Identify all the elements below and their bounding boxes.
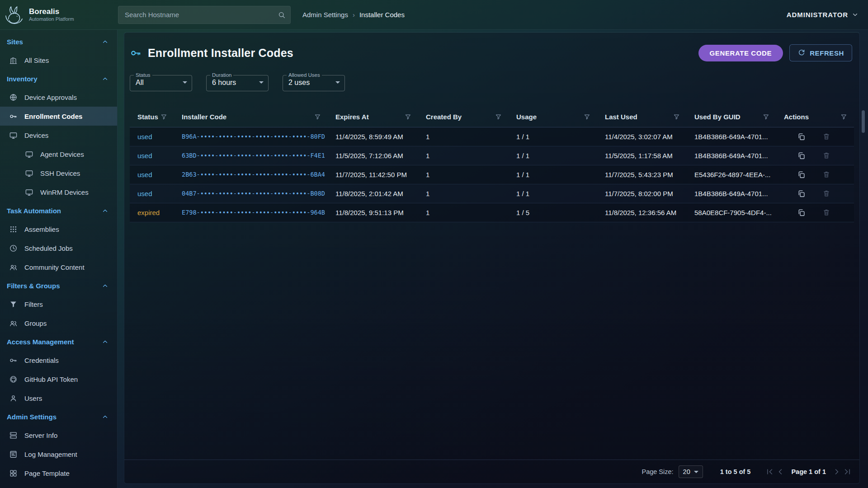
sidebar-section-access-management[interactable]: Access Management bbox=[0, 333, 117, 351]
sidebar-section-task-automation[interactable]: Task Automation bbox=[0, 202, 117, 220]
github-icon bbox=[9, 375, 18, 384]
copy-button[interactable] bbox=[797, 189, 806, 198]
delete-button[interactable] bbox=[822, 151, 830, 160]
filter-icon[interactable] bbox=[160, 113, 167, 120]
last-used-cell: 11/4/2025, 3:02:07 AM bbox=[597, 127, 687, 146]
filter-icon[interactable] bbox=[405, 113, 411, 120]
table-row: used 2B63-••••-••••-••••-••••-••••-••••-… bbox=[130, 165, 854, 184]
sidebar-item-ssh-devices[interactable]: SSH Devices bbox=[0, 164, 117, 183]
status-filter-value: All bbox=[136, 79, 144, 87]
sidebar-item-community-content[interactable]: Community Content bbox=[0, 258, 117, 277]
user-menu[interactable]: ADMINISTRATOR bbox=[787, 11, 859, 19]
duration-filter-value: 6 hours bbox=[212, 79, 236, 87]
sidebar-item-server-info[interactable]: Server Info bbox=[0, 426, 117, 445]
table-header-row: Status Installer Code Expires At Created… bbox=[130, 107, 854, 127]
breadcrumb-admin-settings[interactable]: Admin Settings bbox=[302, 11, 348, 19]
created-by-cell: 1 bbox=[418, 127, 509, 146]
sidebar-item-winrm-devices[interactable]: WinRM Devices bbox=[0, 183, 117, 202]
sidebar-item-users[interactable]: Users bbox=[0, 389, 117, 408]
used-by-guid-cell: 58A0E8CF-7905-4DF4-... bbox=[687, 203, 776, 222]
column-header-last-used[interactable]: Last Used bbox=[597, 107, 687, 127]
used-by-guid-cell: 1B4B386B-649A-4701... bbox=[687, 146, 776, 165]
status-badge: expired bbox=[137, 209, 160, 216]
sidebar-item-devices[interactable]: Devices bbox=[0, 126, 117, 145]
used-by-guid-cell: E5436F26-4897-4EEA-... bbox=[687, 165, 776, 184]
column-header-used-by-guid[interactable]: Used By GUID bbox=[687, 107, 776, 127]
status-badge: used bbox=[137, 190, 152, 197]
last-page-button[interactable] bbox=[843, 467, 852, 476]
filter-icon[interactable] bbox=[840, 113, 847, 120]
sidebar-section-inventory[interactable]: Inventory bbox=[0, 70, 117, 88]
delete-button[interactable] bbox=[822, 208, 830, 216]
scrollbar-thumb[interactable] bbox=[862, 110, 865, 133]
usage-cell: 1 / 1 bbox=[509, 165, 597, 184]
copy-button[interactable] bbox=[797, 208, 806, 217]
duration-filter-select[interactable]: Duration 6 hours bbox=[206, 72, 269, 91]
column-header-usage[interactable]: Usage bbox=[509, 107, 597, 127]
status-cell: expired bbox=[130, 203, 174, 222]
delete-button[interactable] bbox=[822, 132, 830, 141]
sidebar-item-enrollment-codes[interactable]: Enrollment Codes bbox=[0, 107, 117, 126]
main-content: Enrollment Installer Codes GENERATE CODE… bbox=[118, 30, 868, 488]
column-header-installer-code[interactable]: Installer Code bbox=[174, 107, 328, 127]
filter-bar: Status All Duration 6 hours Allowed Uses bbox=[124, 66, 859, 91]
delete-button[interactable] bbox=[822, 170, 830, 178]
search-input[interactable] bbox=[124, 10, 278, 19]
search-icon[interactable] bbox=[278, 11, 286, 19]
sidebar-item-all-sites[interactable]: All Sites bbox=[0, 51, 117, 70]
previous-page-button[interactable] bbox=[776, 467, 785, 476]
column-header-status[interactable]: Status bbox=[130, 107, 174, 127]
copy-button[interactable] bbox=[797, 151, 806, 160]
monitor-icon bbox=[25, 150, 33, 159]
filter-icon[interactable] bbox=[673, 113, 680, 120]
installer-code-cell: 2B63-••••-••••-••••-••••-••••-••••-6BA4 bbox=[174, 165, 328, 184]
filter-icon[interactable] bbox=[314, 113, 321, 120]
status-filter-select[interactable]: Status All bbox=[130, 72, 192, 91]
filter-icon[interactable] bbox=[584, 113, 590, 120]
breadcrumb-installer-codes[interactable]: Installer Codes bbox=[359, 11, 405, 19]
actions-cell bbox=[776, 146, 854, 165]
installer-code-cell: E798-••••-••••-••••-••••-••••-••••-964B bbox=[174, 203, 328, 222]
allowed-uses-filter-select[interactable]: Allowed Uses 2 uses bbox=[283, 72, 345, 91]
sidebar: Sites All Sites Inventory Device Approva… bbox=[0, 30, 118, 488]
column-header-expires-at[interactable]: Expires At bbox=[328, 107, 418, 127]
sidebar-item-agent-devices[interactable]: Agent Devices bbox=[0, 145, 117, 164]
status-cell: used bbox=[130, 165, 174, 184]
delete-button[interactable] bbox=[822, 189, 830, 197]
column-header-actions[interactable]: Actions bbox=[776, 107, 854, 127]
sidebar-item-assemblies[interactable]: Assemblies bbox=[0, 220, 117, 239]
sidebar-item-filters[interactable]: Filters bbox=[0, 295, 117, 314]
page-size-select[interactable]: 20 bbox=[679, 465, 703, 478]
chevron-up-icon bbox=[101, 207, 109, 215]
monitor-icon bbox=[9, 131, 18, 140]
sidebar-item-scheduled-jobs[interactable]: Scheduled Jobs bbox=[0, 239, 117, 258]
sidebar-section-sites[interactable]: Sites bbox=[0, 33, 117, 51]
next-page-button[interactable] bbox=[832, 467, 841, 476]
filter-icon[interactable] bbox=[495, 113, 502, 120]
filter-icon[interactable] bbox=[763, 113, 769, 120]
sidebar-item-page-template[interactable]: Page Template bbox=[0, 464, 117, 483]
copy-button[interactable] bbox=[797, 132, 806, 141]
copy-button[interactable] bbox=[797, 170, 806, 179]
sidebar-item-github-api-token[interactable]: GitHub API Token bbox=[0, 370, 117, 389]
chevron-up-icon bbox=[101, 75, 109, 83]
sidebar-item-device-approvals[interactable]: Device Approvals bbox=[0, 88, 117, 107]
key-icon bbox=[9, 356, 18, 365]
server-icon bbox=[9, 431, 18, 440]
breadcrumb: Admin Settings › Installer Codes bbox=[302, 11, 405, 19]
monitor-icon bbox=[25, 169, 33, 178]
page-title: Enrollment Installer Codes bbox=[148, 47, 293, 60]
usage-cell: 1 / 1 bbox=[509, 127, 597, 146]
sidebar-item-log-management[interactable]: Log Management bbox=[0, 445, 117, 464]
first-page-button[interactable] bbox=[765, 467, 774, 476]
clock-icon bbox=[9, 244, 18, 253]
person-icon bbox=[9, 394, 18, 403]
status-cell: used bbox=[130, 146, 174, 165]
generate-code-button[interactable]: GENERATE CODE bbox=[698, 45, 783, 61]
sidebar-item-credentials[interactable]: Credentials bbox=[0, 351, 117, 370]
refresh-button[interactable]: REFRESH bbox=[789, 44, 852, 61]
column-header-created-by[interactable]: Created By bbox=[418, 107, 509, 127]
sidebar-item-groups[interactable]: Groups bbox=[0, 314, 117, 333]
sidebar-section-admin-settings[interactable]: Admin Settings bbox=[0, 408, 117, 426]
sidebar-section-filters-groups[interactable]: Filters & Groups bbox=[0, 277, 117, 295]
